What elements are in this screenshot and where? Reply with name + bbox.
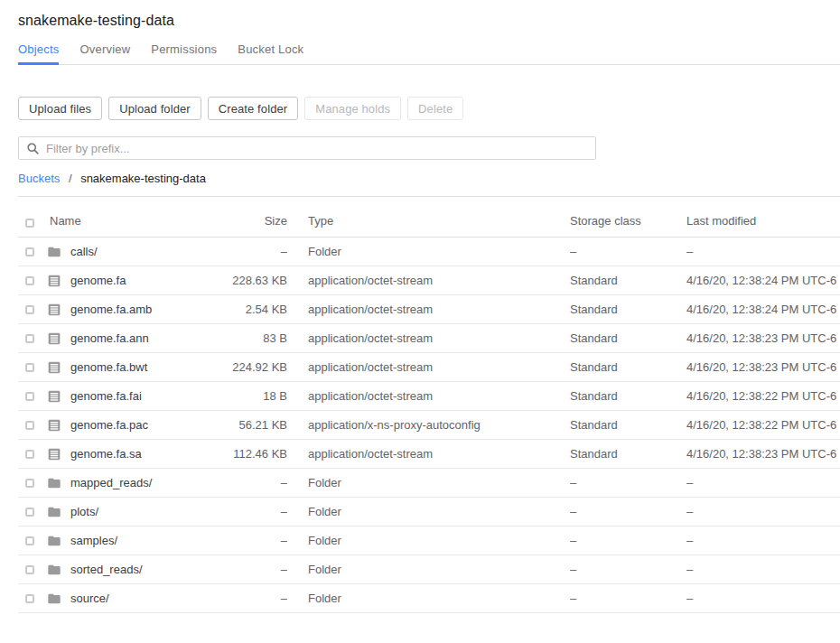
- table-row[interactable]: calls/ – Folder – –: [18, 238, 840, 266]
- object-name[interactable]: genome.fa.fai: [70, 389, 198, 403]
- column-header-size[interactable]: Size: [198, 214, 287, 228]
- object-storage-class: Standard: [570, 389, 686, 403]
- object-last-modified: –: [686, 592, 840, 605]
- object-last-modified: 4/16/20, 12:38:23 PM UTC-6: [686, 331, 840, 345]
- tab-objects[interactable]: Objects: [18, 42, 59, 64]
- object-last-modified: 4/16/20, 12:38:23 PM UTC-6: [686, 447, 840, 461]
- object-type: Folder: [308, 592, 570, 605]
- column-header-name[interactable]: Name: [47, 214, 198, 228]
- file-icon: [47, 418, 61, 433]
- object-name[interactable]: genome.fa.amb: [70, 303, 198, 316]
- row-checkbox[interactable]: [25, 305, 34, 314]
- object-last-modified: 4/16/20, 12:38:22 PM UTC-6: [686, 389, 840, 403]
- upload-files-button[interactable]: Upload files: [18, 97, 102, 120]
- table-row[interactable]: genome.fa.fai 18 B application/octet-str…: [18, 382, 840, 411]
- object-type: Folder: [308, 245, 570, 258]
- create-folder-button[interactable]: Create folder: [208, 97, 298, 120]
- table-row[interactable]: sorted_reads/ – Folder – –: [18, 555, 840, 584]
- object-size: 224.92 KB: [198, 360, 287, 374]
- search-icon: [26, 142, 40, 155]
- object-storage-class: Standard: [570, 418, 686, 432]
- tab-overview[interactable]: Overview: [79, 42, 130, 64]
- object-name[interactable]: sorted_reads/: [70, 563, 198, 576]
- file-icon: [47, 274, 61, 288]
- folder-icon: [47, 476, 61, 490]
- object-storage-class: Standard: [570, 360, 686, 374]
- object-name[interactable]: genome.fa.pac: [70, 418, 198, 432]
- object-table-body: calls/ – Folder – – genome.fa 228.63 KB …: [18, 238, 840, 613]
- file-icon: [47, 389, 61, 404]
- upload-folder-button[interactable]: Upload folder: [108, 97, 201, 120]
- table-row[interactable]: samples/ – Folder – –: [18, 527, 840, 555]
- file-icon: [47, 303, 61, 317]
- object-storage-class: –: [570, 592, 686, 605]
- file-icon: [47, 360, 61, 375]
- object-name[interactable]: samples/: [70, 534, 198, 547]
- object-name[interactable]: plots/: [70, 505, 198, 518]
- row-checkbox[interactable]: [25, 450, 34, 459]
- table-row[interactable]: genome.fa.amb 2.54 KB application/octet-…: [18, 295, 840, 324]
- table-row[interactable]: genome.fa.bwt 224.92 KB application/octe…: [18, 353, 840, 382]
- folder-icon: [47, 534, 61, 548]
- manage-holds-button[interactable]: Manage holds: [304, 97, 401, 120]
- object-size: –: [198, 534, 287, 547]
- column-header-type[interactable]: Type: [308, 214, 570, 228]
- column-header-last-modified[interactable]: Last modified: [686, 214, 840, 228]
- object-size: –: [198, 476, 287, 489]
- object-storage-class: –: [570, 245, 686, 258]
- row-checkbox[interactable]: [25, 421, 34, 430]
- row-checkbox[interactable]: [25, 508, 34, 517]
- table-row[interactable]: genome.fa 228.63 KB application/octet-st…: [18, 266, 840, 295]
- object-storage-class: –: [570, 563, 686, 576]
- tab-bar: ObjectsOverviewPermissionsBucket Lock: [18, 42, 840, 65]
- table-row[interactable]: plots/ – Folder – –: [18, 498, 840, 527]
- object-storage-class: Standard: [570, 274, 686, 287]
- tab-bucket-lock[interactable]: Bucket Lock: [238, 42, 303, 64]
- object-type: Folder: [308, 505, 570, 518]
- row-checkbox[interactable]: [25, 594, 34, 603]
- row-checkbox[interactable]: [25, 479, 34, 488]
- table-row[interactable]: genome.fa.sa 112.46 KB application/octet…: [18, 440, 840, 469]
- object-storage-class: –: [570, 476, 686, 489]
- object-name[interactable]: genome.fa.ann: [70, 331, 198, 345]
- object-name[interactable]: genome.fa: [70, 274, 198, 287]
- table-row[interactable]: mapped_reads/ – Folder – –: [18, 469, 840, 498]
- page-title: snakemake-testing-data: [18, 13, 840, 29]
- table-header: Name Size Type Storage class Last modifi…: [18, 197, 840, 238]
- table-row[interactable]: source/ – Folder – –: [18, 584, 840, 613]
- object-name[interactable]: genome.fa.bwt: [70, 360, 198, 374]
- row-checkbox[interactable]: [25, 334, 34, 343]
- object-table: Name Size Type Storage class Last modifi…: [18, 197, 840, 613]
- table-row[interactable]: genome.fa.ann 83 B application/octet-str…: [18, 324, 840, 353]
- breadcrumb-buckets-link[interactable]: Buckets: [18, 172, 60, 185]
- tab-permissions[interactable]: Permissions: [151, 42, 217, 64]
- object-size: 18 B: [198, 389, 287, 403]
- row-checkbox[interactable]: [25, 276, 34, 285]
- row-checkbox[interactable]: [25, 565, 34, 574]
- row-checkbox[interactable]: [25, 363, 34, 372]
- object-name[interactable]: mapped_reads/: [70, 476, 198, 489]
- object-type: Folder: [308, 476, 570, 489]
- filter-box[interactable]: [18, 136, 596, 160]
- object-size: –: [198, 505, 287, 518]
- row-checkbox[interactable]: [25, 536, 34, 545]
- object-storage-class: –: [570, 534, 686, 547]
- row-checkbox[interactable]: [25, 247, 34, 256]
- object-name[interactable]: genome.fa.sa: [70, 447, 198, 461]
- row-checkbox[interactable]: [25, 392, 34, 401]
- table-row[interactable]: genome.fa.pac 56.21 KB application/x-ns-…: [18, 411, 840, 440]
- object-name[interactable]: source/: [70, 592, 198, 605]
- select-all-checkbox[interactable]: [25, 219, 34, 228]
- object-last-modified: –: [686, 245, 840, 258]
- object-last-modified: –: [686, 563, 840, 576]
- breadcrumb-current: snakemake-testing-data: [80, 172, 206, 185]
- object-name[interactable]: calls/: [70, 245, 198, 258]
- delete-button[interactable]: Delete: [407, 97, 463, 120]
- column-header-storage-class[interactable]: Storage class: [570, 214, 686, 228]
- object-storage-class: –: [570, 505, 686, 518]
- object-size: 56.21 KB: [198, 418, 287, 432]
- object-type: application/octet-stream: [308, 274, 570, 287]
- toolbar: Upload filesUpload folderCreate folderMa…: [18, 97, 840, 120]
- object-size: –: [198, 245, 287, 258]
- filter-input[interactable]: [46, 137, 595, 159]
